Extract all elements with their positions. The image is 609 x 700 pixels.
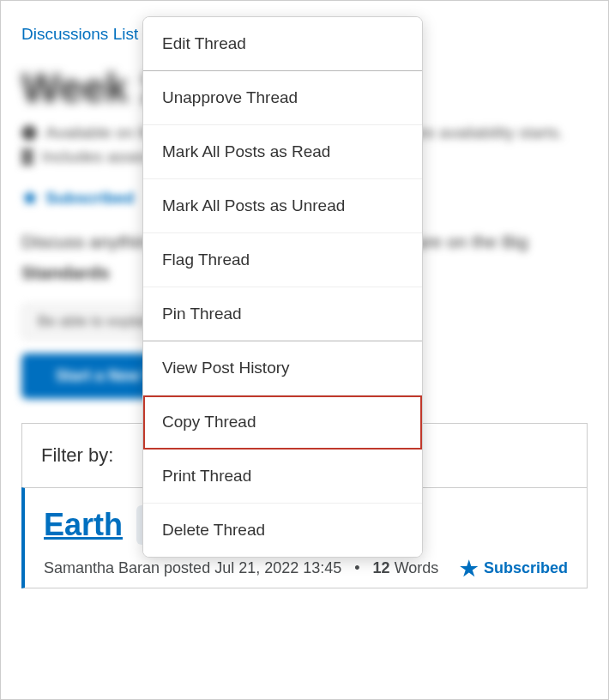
thread-posted-verb: posted	[164, 559, 210, 577]
thread-posted-at: Jul 21, 2022 13:45	[214, 559, 341, 577]
thread-title-link[interactable]: Earth	[44, 507, 123, 543]
clock-icon	[21, 125, 37, 141]
menu-item-edit-thread[interactable]: Edit Thread	[143, 17, 422, 71]
thread-word-count: 12	[373, 559, 390, 577]
subscribed-indicator-top[interactable]: ★ Subscribed	[21, 187, 134, 209]
star-icon: ★	[21, 187, 39, 209]
star-icon: ★	[460, 557, 479, 581]
thread-author: Samantha Baran	[44, 559, 160, 577]
menu-item-flag-thread[interactable]: Flag Thread	[143, 233, 422, 287]
menu-item-unapprove-thread[interactable]: Unapprove Thread	[143, 71, 422, 125]
thread-actions-menu: Edit ThreadUnapprove ThreadMark All Post…	[142, 16, 423, 558]
subscribed-badge[interactable]: ★ Subscribed	[460, 557, 568, 581]
menu-item-print-thread[interactable]: Print Thread	[143, 450, 422, 504]
subscribed-label: Subscribed	[484, 559, 568, 577]
menu-item-mark-all-posts-as-unread[interactable]: Mark All Posts as Unread	[143, 179, 422, 233]
pin-icon	[21, 148, 33, 166]
thread-words-label: Words	[395, 559, 439, 577]
subscribed-label-top: Subscribed	[45, 189, 134, 208]
filter-label: Filter by:	[41, 444, 113, 466]
breadcrumb-link[interactable]: Discussions List	[21, 25, 138, 43]
menu-item-mark-all-posts-as-read[interactable]: Mark All Posts as Read	[143, 125, 422, 179]
thread-meta: Samantha Baran posted Jul 21, 2022 13:45…	[44, 557, 568, 581]
menu-item-pin-thread[interactable]: Pin Thread	[143, 287, 422, 341]
menu-item-view-post-history[interactable]: View Post History	[143, 341, 422, 395]
meta-separator: •	[354, 559, 359, 577]
menu-item-delete-thread[interactable]: Delete Thread	[143, 504, 422, 557]
menu-item-copy-thread[interactable]: Copy Thread	[143, 395, 422, 450]
